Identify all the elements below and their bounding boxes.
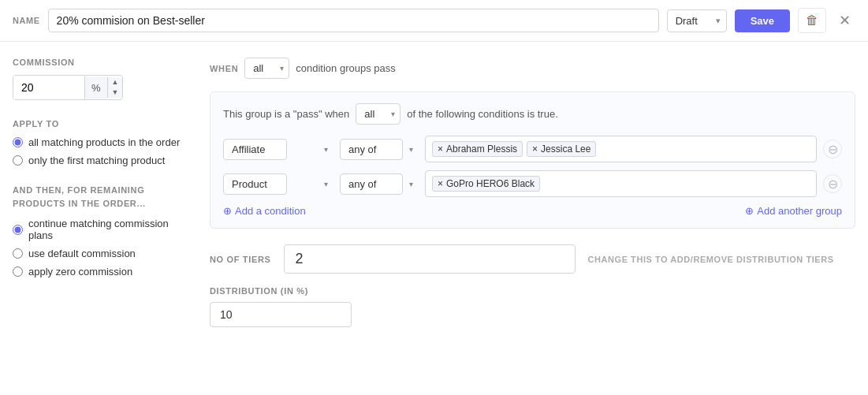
when-suffix-text: condition groups pass: [296, 62, 395, 74]
commission-value-input[interactable]: [13, 76, 84, 99]
continue-label: continue matching commission plans: [28, 218, 186, 241]
condition-type-select-0[interactable]: Affiliate Product: [223, 139, 287, 160]
use-default-radio[interactable]: [13, 248, 23, 259]
tag-x-icon[interactable]: ×: [532, 143, 538, 155]
apply-to-label: APPLY TO: [13, 119, 186, 129]
condition-op-select-0[interactable]: any of all of none of: [340, 139, 403, 160]
commission-unit: %: [84, 76, 107, 99]
condition-tags-1[interactable]: × GoPro HERO6 Black: [425, 170, 817, 197]
condition-tags-0[interactable]: × Abraham Plessis × Jessica Lee: [425, 136, 817, 162]
commission-increment-button[interactable]: ▲: [108, 77, 123, 88]
apply-first-label: only the first matching product: [28, 155, 165, 166]
name-input[interactable]: [48, 9, 659, 32]
tag-label: GoPro HERO6 Black: [446, 178, 535, 189]
tag-x-icon[interactable]: ×: [438, 143, 443, 155]
add-another-group-label: Add another group: [757, 205, 842, 217]
minus-circle-icon: ⊖: [828, 142, 838, 157]
commission-decrement-button[interactable]: ▼: [108, 88, 123, 98]
condition-row: Affiliate Product ▾ any of all of none o…: [223, 136, 842, 162]
condition-op-select-1[interactable]: any of all of none of: [340, 173, 403, 195]
remove-condition-button-1[interactable]: ⊖: [823, 174, 842, 193]
condition-type-select-1[interactable]: Affiliate Product: [223, 173, 287, 195]
condition-op-chevron-icon-1: ▾: [409, 180, 413, 188]
group-pass-suffix: of the following conditions is true.: [407, 108, 558, 120]
save-button[interactable]: Save: [735, 9, 790, 32]
add-another-group-button[interactable]: ⊕ Add another group: [745, 205, 842, 217]
when-select[interactable]: all any: [244, 58, 289, 79]
distribution-input[interactable]: [210, 302, 352, 327]
apply-all-radio[interactable]: [13, 137, 23, 147]
apply-first-radio[interactable]: [13, 155, 23, 166]
apply-all-label: all matching products in the order: [28, 136, 180, 148]
when-label: WHEN: [210, 64, 238, 73]
tag: × GoPro HERO6 Black: [432, 176, 540, 192]
tag-label: Abraham Plessis: [446, 143, 517, 155]
close-button[interactable]: ✕: [834, 9, 855, 32]
apply-zero-radio[interactable]: [13, 266, 23, 277]
status-select[interactable]: Draft Active: [667, 9, 727, 32]
continue-radio[interactable]: [13, 225, 23, 235]
group-pass-select[interactable]: all any: [356, 103, 400, 125]
add-condition-button[interactable]: ⊕ Add a condition: [223, 205, 306, 217]
trash-icon: 🗑: [806, 13, 818, 28]
remove-condition-button-0[interactable]: ⊖: [823, 140, 842, 158]
add-condition-label: Add a condition: [235, 205, 306, 217]
tag-x-icon[interactable]: ×: [438, 178, 443, 189]
condition-type-chevron-icon-0: ▾: [324, 145, 328, 154]
commission-stepper[interactable]: ▲ ▼: [107, 77, 123, 98]
apply-zero-label: apply zero commission: [28, 266, 132, 278]
and-then-label: AND THEN, FOR REMAINING PRODUCTS IN THE …: [13, 184, 186, 210]
tiers-label: NO OF TIERS: [210, 255, 271, 264]
condition-row: Affiliate Product ▾ any of all of none o…: [223, 170, 842, 197]
distribution-label: DISTRIBUTION (IN %): [210, 286, 855, 296]
name-label: NAME: [13, 16, 40, 25]
tag-label: Jessica Lee: [541, 143, 590, 155]
condition-type-chevron-icon-1: ▾: [324, 180, 328, 188]
condition-op-chevron-icon-0: ▾: [409, 145, 413, 154]
tag: × Abraham Plessis: [432, 141, 523, 157]
minus-circle-icon: ⊖: [828, 177, 838, 192]
close-icon: ✕: [839, 13, 851, 28]
plus-circle-icon-group: ⊕: [745, 205, 754, 217]
when-select-wrapper: all any ▾: [244, 58, 289, 79]
tiers-input[interactable]: [284, 244, 576, 274]
commission-label: COMMISSION: [13, 58, 186, 67]
use-default-label: use default commission: [28, 248, 136, 259]
group-pass-select-wrapper: all any ▾: [356, 103, 400, 125]
group-pass-prefix: This group is a "pass" when: [223, 108, 349, 120]
tag: × Jessica Lee: [527, 141, 596, 157]
delete-button[interactable]: 🗑: [798, 8, 826, 33]
plus-circle-icon: ⊕: [223, 205, 232, 217]
tiers-hint: CHANGE THIS TO ADD/REMOVE DISTRIBUTION T…: [588, 255, 834, 264]
